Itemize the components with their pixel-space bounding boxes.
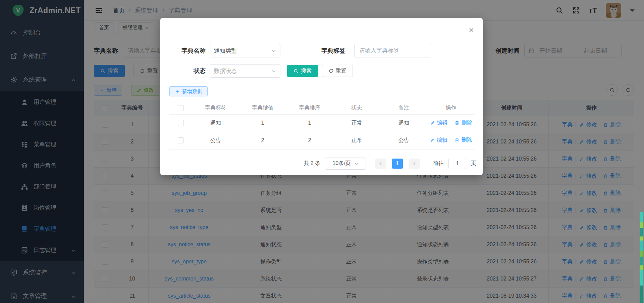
page-unit-label: 页 — [471, 160, 476, 167]
page-number-1[interactable]: 1 — [392, 159, 403, 169]
scrollbar-segment — [640, 286, 643, 303]
edit-link[interactable]: 编辑 — [437, 119, 448, 126]
dict-sort-cell: 1 — [286, 114, 333, 132]
scrollbar-segment — [640, 270, 643, 286]
modal-dict-name-select[interactable]: 通知类型 — [210, 44, 280, 57]
plus-icon: ＋ — [175, 88, 180, 95]
select-all-checkbox[interactable] — [178, 105, 184, 111]
dict-label-cell: 公告 — [192, 132, 239, 149]
chevron-down-icon — [271, 69, 276, 73]
delete-link[interactable]: 删除 — [462, 137, 472, 144]
modal-reset-button[interactable]: 重置 — [322, 65, 353, 77]
scrollbar-segment — [640, 241, 643, 251]
status-cell: 正常 — [333, 114, 380, 132]
app-root: V ZrAdmin.NET 控制台外部打开系统管理用户管理权限管理菜单管理用户角… — [0, 0, 644, 303]
header-checkbox-cell — [169, 102, 192, 114]
modal-table-header-0: 字典标签 — [192, 102, 239, 114]
remark-cell: 通知 — [380, 114, 427, 132]
modal-filter-row-2: 状态 数据状态 搜索 重置 — [169, 64, 483, 78]
modal-pagination: 共 2 条 10条/页 1 前往 页 — [169, 158, 476, 170]
dict-sort-cell: 2 — [286, 132, 333, 149]
goto-page-input[interactable] — [448, 158, 466, 169]
page-size-select[interactable]: 10条/页 — [325, 158, 366, 170]
modal-search-button[interactable]: 搜索 — [287, 65, 318, 77]
prev-page-button[interactable] — [375, 159, 386, 169]
dict-data-modal: × 字典名称 通知类型 字典标签 状态 数据状态 搜索 重置 — [160, 18, 483, 175]
scrollbar-segment — [640, 257, 643, 265]
modal-table-header-3: 状态 — [333, 102, 380, 114]
modal-table-header-2: 字典排序 — [286, 102, 333, 114]
modal-table-header-1: 字典键值 — [239, 102, 286, 114]
scrollbar-segment — [640, 251, 643, 257]
remark-cell: 公告 — [380, 132, 427, 149]
ops-cell: 编辑删除 — [427, 132, 475, 149]
pagination-total: 共 2 条 — [304, 160, 320, 167]
modal-dict-label-label: 字典标签 — [315, 47, 345, 55]
dict-label-cell: 通知 — [192, 114, 239, 132]
goto-label: 前往 — [433, 160, 444, 167]
scrollbar-segment — [640, 236, 643, 241]
pencil-icon — [430, 120, 435, 125]
modal-table-row: 通知11正常通知编辑删除 — [169, 114, 475, 132]
trash-icon — [454, 138, 460, 143]
page-scrollbar[interactable] — [640, 212, 643, 303]
modal-dict-data-table: 字典标签字典键值字典排序状态备注操作 通知11正常通知编辑删除公告22正常公告编… — [169, 102, 475, 149]
scrollbar-segment — [640, 265, 643, 270]
modal-table-header-5: 操作 — [427, 102, 475, 114]
modal-dict-label-input[interactable] — [354, 44, 431, 57]
trash-icon — [454, 120, 460, 125]
scrollbar-segment — [640, 228, 643, 236]
scrollbar-segment — [640, 222, 643, 228]
pencil-icon — [430, 138, 435, 143]
add-data-button[interactable]: ＋ 新增数据 — [169, 86, 208, 96]
modal-status-label: 状态 — [169, 67, 206, 75]
modal-dict-name-label: 字典名称 — [169, 47, 206, 55]
row-checkbox[interactable] — [178, 120, 184, 126]
close-icon[interactable]: × — [469, 26, 474, 34]
delete-link[interactable]: 删除 — [462, 119, 472, 126]
modal-add-row: ＋ 新增数据 — [169, 86, 483, 96]
scrollbar-segment — [640, 212, 643, 222]
ops-cell: 编辑删除 — [427, 114, 475, 132]
row-checkbox[interactable] — [178, 137, 184, 143]
status-cell: 正常 — [333, 132, 380, 149]
modal-filter-row-1: 字典名称 通知类型 字典标签 — [169, 44, 483, 57]
modal-status-select[interactable]: 数据状态 — [210, 64, 280, 78]
modal-table-row: 公告22正常公告编辑删除 — [169, 132, 475, 149]
edit-link[interactable]: 编辑 — [437, 137, 448, 144]
next-page-button[interactable] — [409, 159, 420, 169]
dict-value-cell: 2 — [239, 132, 286, 149]
chevron-down-icon — [354, 161, 359, 166]
chevron-down-icon — [271, 48, 276, 53]
dict-value-cell: 1 — [239, 114, 286, 132]
modal-table-header-4: 备注 — [380, 102, 427, 114]
